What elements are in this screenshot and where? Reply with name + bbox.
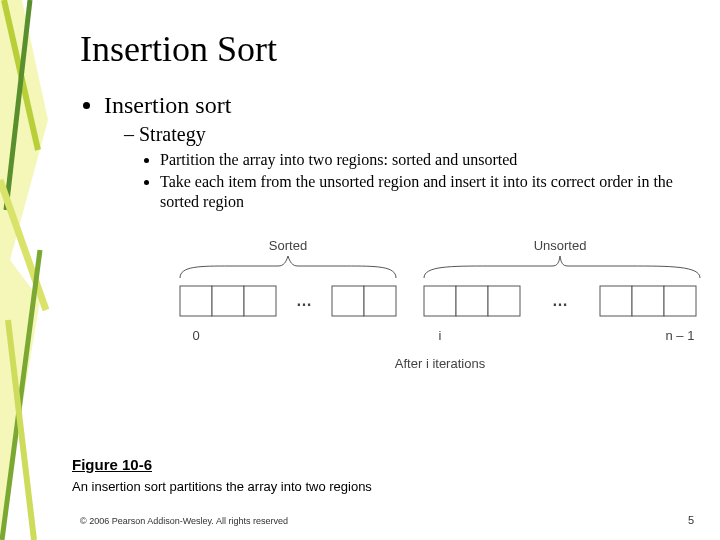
sorted-label: Sorted [269, 238, 307, 253]
svg-rect-14 [488, 286, 520, 316]
svg-rect-15 [600, 286, 632, 316]
bullet-top-text: Insertion sort [104, 92, 231, 118]
figure-block: Figure 10-6 An insertion sort partitions… [72, 456, 372, 494]
index-i: i [439, 328, 442, 343]
slide-content: Insertion Sort Insertion sort Strategy P… [0, 0, 720, 390]
svg-rect-8 [212, 286, 244, 316]
copyright-text: © 2006 Pearson Addison-Wesley. All right… [80, 516, 288, 526]
svg-rect-9 [244, 286, 276, 316]
svg-rect-17 [664, 286, 696, 316]
dots-left: … [296, 292, 312, 309]
index-0: 0 [192, 328, 199, 343]
slide-number: 5 [688, 514, 694, 526]
svg-rect-16 [632, 286, 664, 316]
bullet-top: Insertion sort Strategy Partition the ar… [104, 92, 680, 212]
bullet-point2: Take each item from the unsorted region … [160, 172, 680, 212]
svg-rect-11 [364, 286, 396, 316]
brace-sorted [180, 256, 396, 278]
brace-unsorted [424, 256, 700, 278]
bullet-list: Insertion sort Strategy Partition the ar… [80, 92, 680, 212]
svg-rect-10 [332, 286, 364, 316]
figure-caption: An insertion sort partitions the array i… [72, 479, 372, 494]
unsorted-label: Unsorted [534, 238, 587, 253]
svg-rect-12 [424, 286, 456, 316]
dots-right: … [552, 292, 568, 309]
bullet-strategy: Strategy Partition the array into two re… [124, 123, 680, 212]
partition-diagram: Sorted Unsorted … … 0 i n – 1 After i it… [160, 236, 720, 386]
after-label: After i iterations [395, 356, 486, 371]
bullet-point1: Partition the array into two regions: so… [160, 150, 680, 170]
index-n1: n – 1 [666, 328, 695, 343]
figure-label: Figure 10-6 [72, 456, 372, 473]
slide-title: Insertion Sort [80, 28, 680, 70]
svg-rect-7 [180, 286, 212, 316]
bullet-strategy-text: Strategy [139, 123, 206, 145]
svg-rect-13 [456, 286, 488, 316]
